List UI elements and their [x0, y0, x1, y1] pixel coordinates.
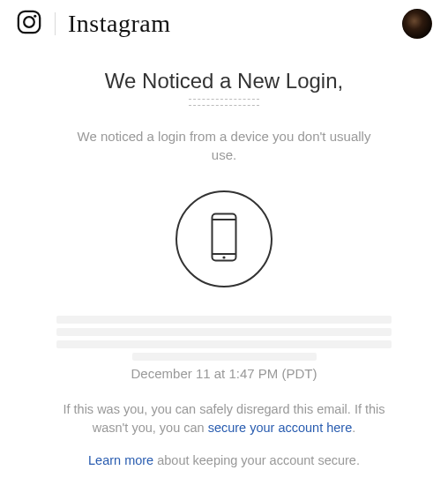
- instagram-glyph-icon: [16, 9, 42, 39]
- disregard-paragraph: If this was you, you can safely disregar…: [61, 400, 387, 437]
- phone-icon: [211, 213, 237, 265]
- subhead: We noticed a login from a device you don…: [74, 127, 374, 164]
- svg-rect-0: [19, 11, 40, 33]
- header: Instagram: [0, 0, 448, 44]
- redacted-username: [153, 99, 295, 115]
- header-divider: [55, 12, 56, 35]
- device-icon-ring: [175, 190, 273, 287]
- secure-account-link[interactable]: secure your account here: [208, 421, 353, 435]
- avatar[interactable]: [402, 9, 432, 39]
- main-content: We Noticed a New Login, We noticed a log…: [0, 44, 448, 470]
- headline: We Noticed a New Login,: [26, 69, 422, 93]
- svg-point-6: [222, 256, 225, 258]
- redacted-device-details: [56, 316, 392, 361]
- svg-point-1: [24, 17, 34, 27]
- learn-more-paragraph: Learn more about keeping your account se…: [61, 451, 387, 470]
- learn-more-link[interactable]: Learn more: [88, 453, 153, 467]
- login-timestamp: December 11 at 1:47 PM (PDT): [26, 366, 422, 381]
- svg-point-2: [34, 15, 36, 18]
- para2-rest: about keeping your account secure.: [153, 453, 360, 467]
- header-left: Instagram: [16, 9, 170, 39]
- para1-suffix: .: [352, 421, 355, 435]
- instagram-wordmark: Instagram: [68, 10, 170, 38]
